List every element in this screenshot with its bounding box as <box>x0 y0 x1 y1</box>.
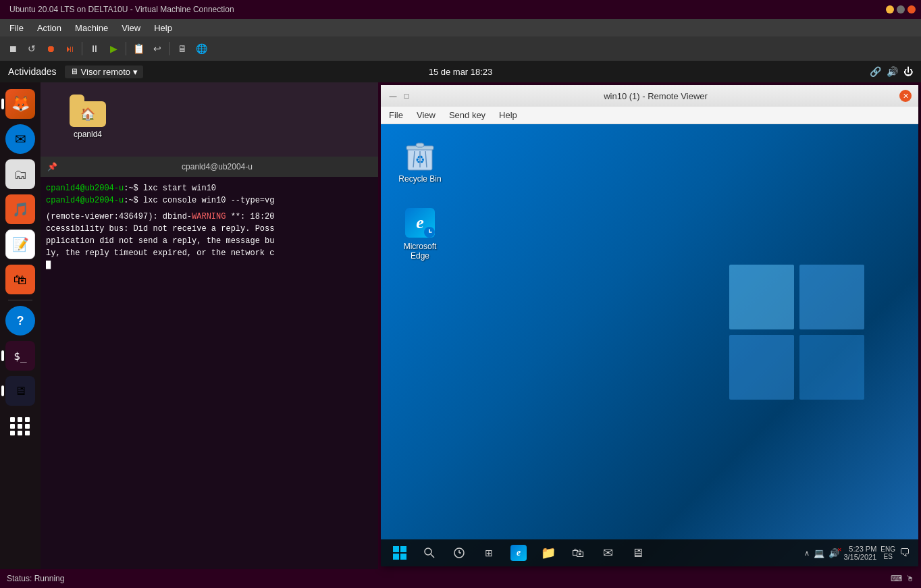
help-icon: ? <box>17 314 24 328</box>
win10-desktop[interactable]: ♻ Recycle Bin e <box>381 124 918 566</box>
terminal-body[interactable]: cpanld4@ub2004-u:~$ lxc start win10 cpan… <box>41 177 378 569</box>
close-button[interactable] <box>907 5 916 14</box>
remote-viewer-window: — □ win10 (1) - Remote Viewer ✕ File Vie… <box>381 85 918 566</box>
activities-button[interactable]: Actividades <box>8 66 57 77</box>
dock-item-help[interactable]: ? <box>5 306 35 336</box>
home-folder[interactable]: 🏠 cpanld4 <box>61 89 115 142</box>
visor-chevron: ▾ <box>133 67 138 77</box>
search-icon <box>423 547 436 559</box>
svg-rect-2 <box>416 143 424 147</box>
menu-file[interactable]: File <box>5 22 28 34</box>
dock-item-displays[interactable]: 🖥 <box>5 376 35 406</box>
files-icon: 🗂 <box>14 167 27 182</box>
taskbar-datetime[interactable]: 5:23 PM 3/15/2021 <box>843 545 876 561</box>
menu-machine[interactable]: Machine <box>71 22 112 34</box>
gnome-topbar-right: 🔗 🔊 ⏻ <box>870 66 913 77</box>
gnome-datetime[interactable]: 15 de mar 18:23 <box>429 67 493 77</box>
dock-item-apps[interactable] <box>5 411 35 441</box>
taskbar-tray: ∧ 💻 🔊 ✕ 5:23 PM 3/15/2021 ENG ES 🗨 <box>804 545 914 561</box>
taskbar-lang[interactable]: ENG ES <box>880 545 895 560</box>
toolbar-btn-copy[interactable]: 📋 <box>130 40 147 57</box>
recycle-bin-label: Recycle Bin <box>398 174 441 184</box>
dock-item-writer[interactable]: 📝 <box>5 230 35 259</box>
rhythmbox-icon: 🎵 <box>12 201 29 217</box>
toolbar-btn-play[interactable]: ▶ <box>105 40 122 57</box>
edge-img: e <box>404 207 436 239</box>
rv-menu-view[interactable]: View <box>414 109 438 122</box>
visor-remoto-button[interactable]: 🖥 Visor remoto ▾ <box>65 65 143 78</box>
recycle-bin-img: ♻ <box>404 139 436 171</box>
terminal-line-5: pplication did not send a reply, the mes… <box>46 235 373 247</box>
toolbar-btn-net[interactable]: 🌐 <box>192 40 210 57</box>
ubuntu-window-buttons <box>886 5 916 14</box>
taskbar-edge-button[interactable]: e <box>504 539 533 566</box>
rv-maximize-button[interactable]: □ <box>401 90 412 101</box>
rv-menu-help[interactable]: Help <box>496 109 520 122</box>
rv-menu-file[interactable]: File <box>386 109 406 122</box>
dock-item-appstore[interactable]: 🛍 <box>5 265 35 294</box>
ubuntu-dock: 🦊 ✉ 🗂 🎵 📝 🛍 ? $_ 🖥 <box>0 82 41 569</box>
taskbar-store-button[interactable]: 🛍 <box>563 539 593 566</box>
taskbar-mail-button[interactable]: ✉ <box>593 539 623 566</box>
taskbar-multitasking-button[interactable]: ⊞ <box>474 539 504 566</box>
writer-icon: 📝 <box>12 236 29 252</box>
terminal-icon: $_ <box>14 350 26 363</box>
taskbar-notification-icon[interactable]: 🗨 <box>899 547 910 559</box>
toolbar-sep-1 <box>82 42 82 55</box>
svg-rect-7 <box>393 546 399 552</box>
recycle-bin-icon[interactable]: ♻ Recycle Bin <box>393 136 447 186</box>
taskbar-explorer-button[interactable]: 📁 <box>533 539 563 566</box>
windows-logo <box>729 265 864 400</box>
search-button[interactable] <box>415 539 444 566</box>
home-folder-icon: 🏠 <box>70 95 106 127</box>
taskbar-viewer-button[interactable]: 🖥 <box>623 539 652 566</box>
dock-item-terminal[interactable]: $_ <box>5 341 35 371</box>
taskbar-network-icon[interactable]: 💻 <box>814 548 824 558</box>
start-button[interactable] <box>385 539 415 566</box>
menu-view[interactable]: View <box>117 22 144 34</box>
ubuntu-menubar: File Action Machine View Help <box>0 19 921 36</box>
taskbar-volume-icon[interactable]: 🔊 ✕ <box>828 548 839 558</box>
edge-badge <box>424 227 435 238</box>
volume-icon[interactable]: 🔊 <box>887 66 898 77</box>
toolbar-btn-screen[interactable]: 🖥 <box>174 40 191 57</box>
displays-icon: 🖥 <box>14 384 26 398</box>
power-icon[interactable]: ⏻ <box>903 66 913 77</box>
svg-rect-9 <box>393 554 399 560</box>
rv-close-button[interactable]: ✕ <box>899 90 912 102</box>
taskbar-date: 3/15/2021 <box>843 553 876 561</box>
dock-item-firefox[interactable]: 🦊 <box>5 89 35 119</box>
terminal-line-3: (remote-viewer:436497): dbind-WARNING **… <box>46 211 373 223</box>
firefox-icon: 🦊 <box>11 95 30 113</box>
menu-help[interactable]: Help <box>150 22 176 34</box>
minimize-button[interactable] <box>886 5 894 14</box>
dock-item-files[interactable]: 🗂 <box>5 159 35 189</box>
appstore-icon: 🛍 <box>14 272 27 288</box>
maximize-button[interactable] <box>897 5 905 14</box>
microsoft-edge-icon[interactable]: e Microsoft Edge <box>393 204 447 263</box>
taskbar-tray-chevron[interactable]: ∧ <box>804 549 810 558</box>
toolbar-btn-1[interactable]: ⏹ <box>4 40 22 57</box>
toolbar-btn-4[interactable]: ⏯ <box>61 40 78 57</box>
toolbar-btn-undo[interactable]: ↩ <box>149 40 166 57</box>
network-icon[interactable]: 🔗 <box>870 66 881 77</box>
rv-menu-sendkey[interactable]: Send key <box>446 109 488 122</box>
terminal-cursor-line: █ <box>46 259 373 271</box>
task-view-button[interactable] <box>444 539 474 566</box>
toolbar-btn-pause[interactable]: ⏸ <box>86 40 103 57</box>
rv-window-buttons: ✕ <box>899 90 912 102</box>
dock-item-rhythmbox[interactable]: 🎵 <box>5 194 35 224</box>
task-view-icon <box>453 547 465 559</box>
toolbar-btn-3[interactable]: ⏺ <box>42 40 59 57</box>
menu-action[interactable]: Action <box>33 22 65 34</box>
terminal-prompt-2: cpanld4@ub2004-u <box>46 196 124 205</box>
rv-title: win10 (1) - Remote Viewer <box>412 91 899 101</box>
svg-line-12 <box>431 554 434 558</box>
terminal-line-2: cpanld4@ub2004-u:~$ lxc console win10 --… <box>46 194 373 207</box>
toolbar-sep-3 <box>169 42 170 55</box>
rv-minimize-button[interactable]: — <box>388 90 398 101</box>
gnome-topbar-left: Actividades 🖥 Visor remoto ▾ <box>8 65 143 78</box>
edge-e-letter: e <box>416 213 424 233</box>
dock-item-thunderbird[interactable]: ✉ <box>5 124 35 154</box>
toolbar-btn-2[interactable]: ↺ <box>23 40 41 57</box>
